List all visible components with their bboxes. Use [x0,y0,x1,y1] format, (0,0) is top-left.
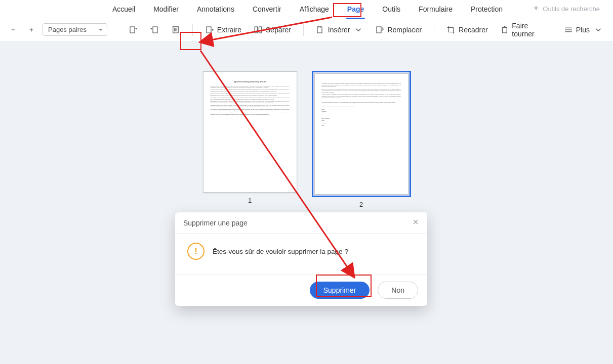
dialog-title: Supprimer une page [183,219,248,227]
page-add-left-icon [129,25,138,34]
extract-button[interactable]: Extraire [201,22,246,37]
split-button[interactable]: Séparer [250,22,295,37]
research-tools[interactable]: Outils de recherche [533,5,600,13]
page-toolbar: Pages paires Extraire Séparer Insérer Re… [0,18,613,41]
zoom-out-button[interactable] [6,22,20,37]
more-button[interactable]: Plus [560,22,607,37]
svg-rect-3 [130,27,135,33]
svg-rect-13 [317,27,322,33]
trash-icon [171,25,180,34]
page-preview: Agreement Drafting and Posting Articles … [203,71,297,193]
rotate-icon [500,25,509,34]
menu-annotations[interactable]: Annotations [196,3,235,15]
warning-icon: ! [187,243,205,260]
insert-label: Insérer [328,26,350,34]
sparkle-icon [533,6,540,13]
page-layout2-button[interactable] [146,22,163,37]
page-preview: Velit esse cillum dolore eu fugiat nulla… [314,73,408,195]
menu-protection[interactable]: Protection [470,3,504,15]
chevron-down-icon [354,25,363,34]
svg-rect-11 [255,27,257,33]
menu-modify[interactable]: Modifier [152,3,180,15]
page-canvas: Agreement Drafting and Posting Articles … [0,41,613,364]
minus-icon [10,25,16,34]
menu-convert[interactable]: Convertir [252,3,282,15]
dialog-close-button[interactable] [412,218,419,227]
close-icon [412,218,419,225]
svg-rect-6 [153,27,157,33]
more-icon [564,25,573,34]
more-label: Plus [576,26,590,34]
separator [192,24,193,36]
rotate-button[interactable]: Faire tourner [496,19,556,41]
page-select-dropdown[interactable]: Pages paires [43,23,107,36]
crop-button[interactable]: Recadrer [442,22,492,37]
extract-label: Extraire [217,26,241,34]
extract-icon [205,25,214,34]
menu-home[interactable]: Accueil [111,3,136,15]
replace-button[interactable]: Remplacer [371,22,426,37]
rotate-label: Faire tourner [512,22,551,38]
svg-rect-15 [502,27,507,32]
crop-icon [446,25,456,34]
page-layout1-button[interactable] [125,22,142,37]
zoom-in-button[interactable] [24,22,38,37]
menu-display[interactable]: Affichage [299,3,330,15]
page-number: 1 [248,197,252,204]
delete-page-dialog: Supprimer une page ! Êtes-vous sûr de vo… [175,212,427,306]
svg-rect-10 [207,27,211,33]
menu-form[interactable]: Formulaire [418,3,454,15]
replace-label: Remplacer [387,26,422,34]
dialog-confirm-button[interactable]: Supprimer [310,282,370,299]
dialog-cancel-button[interactable]: Non [378,282,418,299]
menu-bar: Accueil Modifier Annotations Convertir A… [0,0,613,18]
insert-icon [316,25,325,34]
replace-icon [375,25,384,34]
split-label: Séparer [266,26,291,34]
page-select-label: Pages paires [48,26,87,33]
separator [303,24,304,36]
plus-icon [28,25,34,34]
page-thumb-1[interactable]: Agreement Drafting and Posting Articles … [203,71,297,208]
svg-rect-14 [377,27,381,33]
separator [434,24,434,36]
page-number: 2 [359,201,363,208]
menu-page[interactable]: Page [346,3,365,15]
crop-label: Recadrer [459,26,488,34]
delete-page-button[interactable] [167,22,184,37]
menu-tools[interactable]: Outils [381,3,401,15]
chevron-down-icon [594,25,603,34]
research-label: Outils de recherche [543,5,600,13]
page-thumb-2[interactable]: Velit esse cillum dolore eu fugiat nulla… [312,71,411,208]
svg-rect-12 [259,27,262,33]
insert-button[interactable]: Insérer [312,22,367,37]
split-icon [254,25,263,34]
page-add-right-icon [150,25,159,34]
dialog-message: Êtes-vous sûr de vouloir supprimer la pa… [213,248,348,255]
